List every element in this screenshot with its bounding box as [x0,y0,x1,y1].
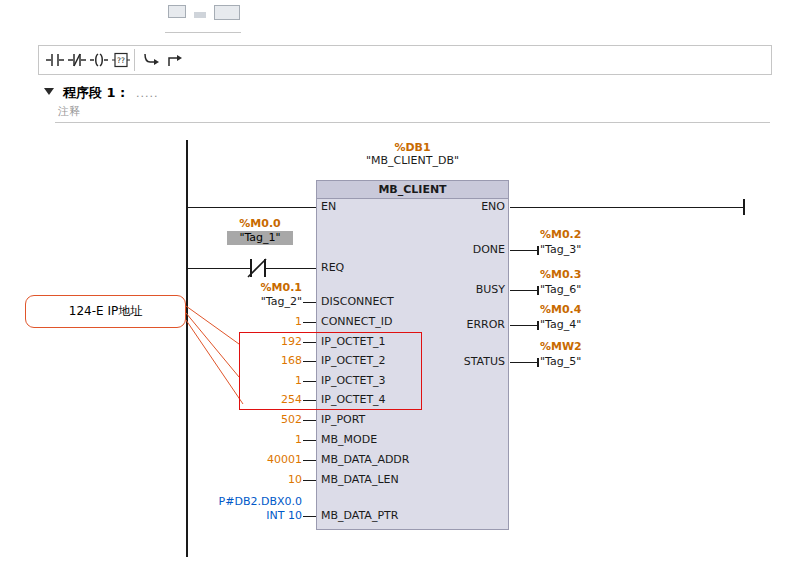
empty-box-icon[interactable]: ?? [110,49,132,71]
toolbar-border-top [38,45,772,46]
pin-label-done: DONE [389,242,505,258]
wire [303,460,316,461]
toolbar-separator [134,49,135,71]
network-title[interactable]: 程序段 1 : [63,84,125,102]
input-value-connect-id[interactable]: 1 [222,314,302,330]
coil-icon[interactable] [88,49,110,71]
close-branch-icon[interactable] [164,49,186,71]
wire [510,325,537,326]
wire [510,250,537,251]
network-collapse-triangle[interactable] [44,88,54,95]
pin-label-mb-data-ptr: MB_DATA_PTR [321,508,398,524]
wire-tick [537,321,539,330]
pin-label-ip-port: IP_PORT [321,412,365,428]
input-value-mb-data-ptr-line1[interactable]: P#DB2.DBX0.0 [200,495,302,509]
cropped-toolbar-fragment [168,5,186,18]
pin-label-connect-id: CONNECT_ID [321,314,392,330]
comment-separator [55,122,770,123]
input-value-mb-data-len[interactable]: 10 [222,472,302,488]
lad-editor-canvas: ?? 程序段 1 : ..... 注释 MB_CLIENT %DB1 "MB_C… [0,0,809,565]
wire-en [188,207,316,208]
pin-label-busy: BUSY [389,282,505,298]
output-tag-done[interactable]: "Tag_3" [540,243,581,257]
output-operand-error[interactable]: %M0.4 [540,303,581,317]
wire [303,302,316,303]
network-comment-placeholder[interactable]: 注释 [58,104,80,119]
input-value-ip-port[interactable]: 502 [222,412,302,428]
pin-label-disconnect: DISCONNECT [321,294,394,310]
wire [303,420,316,421]
output-tag-error[interactable]: "Tag_4" [540,318,581,332]
wire [303,480,316,481]
wire-tick [537,286,539,295]
output-operand-done[interactable]: %M0.2 [540,228,581,242]
toolbar-border-bottom [38,74,772,75]
contact-operand[interactable]: %M0.0 [226,216,294,232]
wire [510,290,537,291]
wire-tick [537,358,539,367]
input-value-mb-data-ptr-line2[interactable]: INT 10 [200,509,302,523]
left-power-rail [186,140,188,557]
contact-bar-left[interactable] [250,259,252,277]
pin-label-error: ERROR [389,317,505,333]
wire-contact-left [188,268,250,269]
pin-label-req: REQ [321,260,344,276]
wire-tick [537,246,539,255]
output-tag-status[interactable]: "Tag_5" [540,355,581,369]
db-name[interactable]: "MB_CLIENT_DB" [316,153,509,169]
pin-label-mb-mode: MB_MODE [321,432,377,448]
network-title-dots: ..... [136,87,158,100]
ip-octets-highlight-box [239,332,422,410]
wire [303,322,316,323]
output-operand-status[interactable]: %MW2 [540,340,582,354]
pin-label-mb-data-len: MB_DATA_LEN [321,472,399,488]
input-value-mb-mode[interactable]: 1 [222,432,302,448]
contact-tag[interactable]: "Tag_1" [227,231,293,245]
closed-contact-icon[interactable] [66,49,88,71]
cropped-toolbar-fragment [214,5,240,20]
ip-address-callout: 124-E IP地址 [25,295,186,328]
open-contact-icon[interactable] [44,49,66,71]
wire-contact-right [266,268,316,269]
wire [510,362,537,363]
pin-label-eno: ENO [389,199,505,215]
block-title[interactable]: MB_CLIENT [317,181,508,199]
pin-label-mb-data-addr: MB_DATA_ADDR [321,452,409,468]
output-tag-busy[interactable]: "Tag_6" [540,283,581,297]
toolbar-border-right [771,45,772,75]
empty-box-label: ?? [117,56,125,65]
wire-eno [510,207,744,208]
input-value-mb-data-addr[interactable]: 40001 [222,452,302,468]
wire [303,440,316,441]
output-operand-busy[interactable]: %M0.3 [540,268,581,282]
cropped-toolbar-fragment [194,12,206,18]
open-branch-icon[interactable] [140,49,162,71]
toolbar-border-left [38,45,39,75]
pin-label-en: EN [321,199,336,215]
input-tag-disconnect[interactable]: "Tag_2" [222,294,302,310]
cropped-panel-edge [165,32,241,33]
wire [303,516,316,517]
